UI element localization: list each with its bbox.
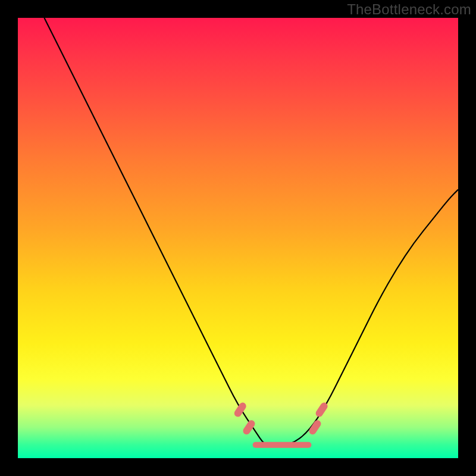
curve-marker [238,406,243,414]
marker-group [238,406,324,431]
curve-marker [313,424,318,431]
watermark-text: TheBottleneck.com [347,1,471,18]
plot-area [18,18,458,458]
curve-layer [18,18,458,458]
bottleneck-curve [44,18,458,445]
curve-marker [247,424,252,431]
curve-marker [320,406,324,414]
chart-frame: TheBottleneck.com [0,0,476,476]
